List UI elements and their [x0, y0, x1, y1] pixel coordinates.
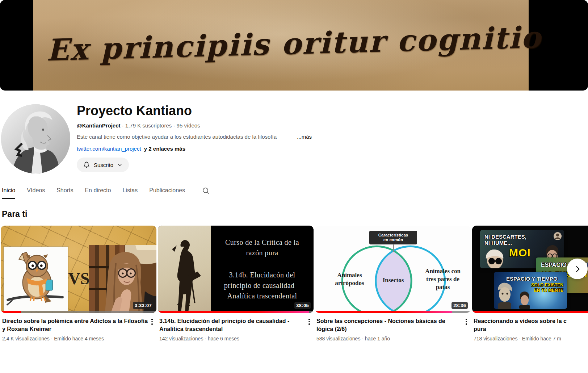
video-thumbnail[interactable]: VS	[1, 226, 156, 313]
vs-text: VS	[67, 269, 91, 288]
video-carousel: VS	[0, 226, 588, 341]
more-links-label[interactable]: y 2 enlaces más	[144, 146, 185, 152]
video-title[interactable]: Directo sobre la polémica entre Adictos …	[2, 317, 148, 333]
tab-inicio[interactable]: Inicio	[2, 183, 15, 199]
video-title[interactable]: Reaccionando a vídeos sobre la c pura	[474, 317, 588, 333]
duration-badge: 38:05	[294, 302, 311, 309]
kant-portrait-image	[1, 104, 70, 173]
subscribed-label: Suscrito	[94, 162, 113, 168]
chevron-down-icon	[117, 162, 123, 168]
tab-en-directo[interactable]: En directo	[85, 183, 111, 199]
subscribed-button[interactable]: Suscrito	[77, 158, 129, 172]
video-card: NI DESCARTES, NI HUME... MOI	[472, 226, 588, 341]
kant-silhouette-image	[158, 226, 211, 313]
mini-thumb-espacio-tu-mente: ESPACIO Y TIEMPO SOLO EXISTEN EN TU MENT…	[494, 272, 567, 309]
watch-progress-track	[472, 311, 588, 313]
man-face	[517, 292, 532, 309]
thumb-text-line: principio de causalidad –	[224, 280, 301, 291]
twitter-link[interactable]: twitter.com/kantian_project	[77, 146, 141, 152]
channel-search-button[interactable]	[202, 186, 210, 195]
thumb-text-line: razón pura	[246, 248, 278, 258]
search-icon	[202, 186, 210, 195]
video-thumbnail[interactable]: Características en común Animales artróp…	[315, 226, 471, 313]
channel-avatar-bubble	[553, 232, 562, 240]
watch-progress-track	[315, 311, 471, 313]
watch-progress-fill	[472, 311, 588, 313]
carousel-next-button[interactable]	[567, 259, 588, 279]
video-meta: 2,4 K visualizaciones · Emitido hace 4 m…	[1, 336, 156, 341]
bell-icon	[83, 161, 91, 169]
video-title[interactable]: Sobre las concepciones - Nociones básica…	[316, 317, 463, 333]
more-link[interactable]: ...más	[297, 134, 312, 140]
kant-silhouette-panel	[158, 226, 211, 313]
video-title[interactable]: 3.14b. Elucidación del principio de caus…	[159, 317, 306, 333]
venn-left-label: Animales artrópodos	[325, 271, 374, 287]
watch-progress-track	[1, 311, 156, 313]
thumb-text-line: Analítica trascendental	[227, 291, 297, 301]
tab-listas[interactable]: Listas	[122, 183, 138, 199]
venn-center-label: Insectos	[375, 276, 411, 284]
channel-description-row[interactable]: Este canal tiene como objetivo ayudar a …	[77, 134, 312, 140]
venn-callout-box: Características en común	[369, 231, 417, 244]
watch-progress-fill	[315, 311, 452, 313]
owl-cartoon-panel	[4, 247, 68, 311]
tab-videos[interactable]: Vídeos	[27, 183, 45, 199]
video-thumbnail[interactable]: Curso de la Crítica de la razón pura 3.1…	[158, 226, 314, 313]
thumb-text-line: Curso de la Crítica de la	[225, 237, 299, 248]
tab-shorts[interactable]: Shorts	[56, 183, 73, 199]
kant-portrait-face	[495, 282, 514, 309]
separator-dot: ·	[122, 122, 124, 129]
video-meta: 718 visualizaciones · Emitido hace 7 m	[472, 336, 588, 341]
owl-cartoon-image	[5, 248, 67, 310]
thumb-text-line: 3.14b. Elucidacón del	[229, 270, 295, 280]
venn-right-label: Animales con tres pares de patas	[419, 267, 466, 291]
video-count: 95 vídeos	[177, 122, 200, 129]
channel-banner: Ex principiis oritur cognitio	[0, 0, 588, 91]
tab-publicaciones[interactable]: Publicaciones	[149, 183, 185, 199]
channel-title: Proyecto Kantiano	[77, 104, 312, 117]
subscriber-count: 1,79 K suscriptores	[125, 122, 172, 129]
channel-description: Este canal tiene como objetivo ayudar a …	[77, 134, 277, 140]
channel-avatar[interactable]	[1, 104, 70, 173]
video-card: VS	[1, 226, 156, 341]
video-meta: 588 visualizaciones · hace 1 año	[315, 336, 471, 341]
channel-tabs: Inicio Vídeos Shorts En directo Listas P…	[0, 183, 588, 199]
channel-info: Proyecto Kantiano @KantianProject · 1,79…	[77, 104, 312, 173]
video-card: Curso de la Crítica de la razón pura 3.1…	[158, 226, 314, 341]
watch-progress-fill	[158, 311, 309, 313]
separator-dot: ·	[173, 122, 175, 129]
channel-handle: @KantianProject	[77, 122, 120, 129]
chevron-right-icon	[573, 264, 582, 274]
video-menu-button[interactable]	[306, 317, 313, 333]
video-menu-button[interactable]	[463, 317, 470, 333]
watch-progress-fill	[1, 311, 21, 313]
video-card: Características en común Animales artróp…	[315, 226, 471, 341]
kant-sunglasses-face	[482, 250, 508, 268]
video-menu-button[interactable]	[148, 317, 156, 333]
video-meta: 142 visualizaciones · hace 6 meses	[158, 336, 314, 341]
watch-progress-track	[158, 311, 314, 313]
section-title: Para ti	[2, 209, 588, 219]
duration-badge: 3:33:07	[133, 302, 154, 309]
channel-header: Proyecto Kantiano @KantianProject · 1,79…	[0, 91, 588, 173]
channel-links-row: twitter.com/kantian_project y 2 enlaces …	[77, 146, 312, 152]
duration-badge: 28:36	[452, 302, 468, 309]
channel-stats-row: @KantianProject · 1,79 K suscriptores · …	[77, 122, 312, 129]
thumbnail-text-panel: Curso de la Crítica de la razón pura 3.1…	[211, 226, 314, 313]
